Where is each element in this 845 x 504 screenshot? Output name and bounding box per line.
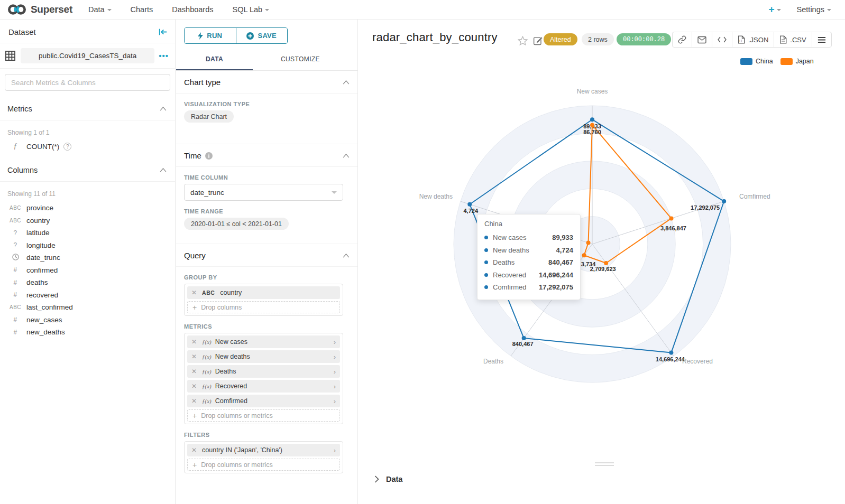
time-range-value[interactable]: 2020-01-01 ≤ col < 2021-01-01 bbox=[184, 218, 289, 230]
settings-menu[interactable]: Settings bbox=[797, 5, 831, 14]
chart-title[interactable]: radar_chart_by_country bbox=[372, 31, 498, 44]
tooltip-metric-value: 840,467 bbox=[548, 258, 573, 266]
embed-code-button[interactable] bbox=[712, 32, 732, 47]
time-column-select[interactable]: date_trunc bbox=[184, 184, 343, 201]
column-list-item[interactable]: ABCprovince bbox=[0, 202, 175, 214]
copy-link-button[interactable] bbox=[673, 32, 692, 47]
radar-point-china[interactable] bbox=[467, 202, 472, 207]
chevron-right-icon[interactable]: › bbox=[334, 446, 336, 454]
remove-icon[interactable]: ✕ bbox=[191, 368, 197, 375]
column-list-item[interactable]: #deaths bbox=[0, 276, 175, 289]
nav-item-sql-lab[interactable]: SQL Lab bbox=[232, 5, 269, 14]
time-range-label: TIME RANGE bbox=[184, 208, 350, 214]
metric-pill[interactable]: ✕ƒ(x)Recovered› bbox=[187, 380, 340, 393]
tab-data[interactable]: DATA bbox=[176, 50, 253, 70]
json-label: .JSON bbox=[748, 36, 768, 44]
group-by-dropzone[interactable]: ✕ABCcountry+Drop columns bbox=[184, 284, 343, 316]
time-section-header[interactable]: Time bbox=[176, 144, 357, 167]
run-button[interactable]: RUN bbox=[185, 28, 236, 43]
drop-columns-zone[interactable]: +Drop columns bbox=[187, 301, 340, 313]
chart-type-section-header[interactable]: Chart type bbox=[176, 71, 357, 94]
drop-columns-metrics-zone[interactable]: +Drop columns or metrics bbox=[187, 409, 340, 422]
radar-point-china[interactable] bbox=[722, 199, 726, 203]
drop-columns-metrics-zone[interactable]: +Drop columns or metrics bbox=[187, 459, 340, 471]
superset-logo[interactable]: Superset bbox=[6, 3, 72, 16]
favorite-star-icon[interactable] bbox=[518, 36, 528, 45]
radar-chart[interactable]: New casesComfirmedRecoveredDeathsNew dea… bbox=[358, 79, 845, 449]
dataset-more-menu[interactable]: ••• bbox=[159, 51, 171, 60]
column-list-item[interactable]: date_trunc bbox=[0, 251, 175, 264]
chevron-right-icon[interactable]: › bbox=[334, 368, 336, 376]
chevron-right-icon[interactable]: › bbox=[334, 338, 336, 346]
metric-pill[interactable]: ✕ƒ(x)Comfirmed› bbox=[187, 395, 340, 407]
radar-point-china[interactable] bbox=[522, 336, 526, 340]
remove-icon[interactable]: ✕ bbox=[191, 446, 197, 454]
chevron-right-icon[interactable]: › bbox=[334, 382, 336, 390]
radar-point-japan[interactable] bbox=[669, 216, 674, 220]
query-section-header[interactable]: Query bbox=[176, 244, 357, 267]
radar-point-japan[interactable] bbox=[582, 253, 586, 257]
viz-type-value[interactable]: Radar Chart bbox=[184, 110, 234, 123]
column-list-item[interactable]: ABCcountry bbox=[0, 214, 175, 227]
abc-icon: ABC bbox=[7, 218, 23, 223]
metric-pill[interactable]: ✕ƒ(x)New deaths› bbox=[187, 350, 340, 363]
data-results-collapse[interactable]: Data bbox=[374, 475, 402, 483]
column-list-item[interactable]: ?longitude bbox=[0, 239, 175, 252]
metric-pill[interactable]: ✕ƒ(x)New cases› bbox=[187, 335, 340, 348]
save-button[interactable]: SAVE bbox=[236, 28, 288, 43]
chevron-down-icon bbox=[107, 9, 112, 11]
results-resize-handle[interactable] bbox=[595, 462, 614, 468]
column-list-item[interactable]: #confirmed bbox=[0, 264, 175, 277]
tooltip-metric-name: Recovered bbox=[493, 271, 526, 279]
remove-icon[interactable]: ✕ bbox=[191, 382, 197, 390]
column-list-item[interactable]: #new_deaths bbox=[0, 326, 175, 339]
collapse-panel-icon[interactable] bbox=[159, 28, 168, 36]
chevron-right-icon[interactable]: › bbox=[334, 353, 336, 361]
remove-icon[interactable]: ✕ bbox=[191, 289, 197, 296]
group-by-pill[interactable]: ✕ABCcountry bbox=[187, 286, 340, 299]
chart-menu-button[interactable] bbox=[812, 32, 831, 47]
nav-item-charts[interactable]: Charts bbox=[131, 5, 153, 14]
nav-item-dashboards[interactable]: Dashboards bbox=[172, 5, 213, 14]
altered-badge[interactable]: Altered bbox=[544, 33, 577, 45]
column-list-item[interactable]: ?latitude bbox=[0, 227, 175, 239]
help-icon: ? bbox=[63, 143, 71, 151]
column-list-item[interactable]: #recovered bbox=[0, 289, 175, 302]
metric-list-item[interactable]: ƒCOUNT(*)? bbox=[0, 138, 175, 154]
function-icon: ƒ(x) bbox=[202, 353, 212, 360]
legend-item-china[interactable]: China bbox=[740, 58, 773, 65]
columns-section-header[interactable]: Columns bbox=[0, 158, 175, 182]
filters-dropzone[interactable]: ✕country IN ('Japan', 'China')›+Drop col… bbox=[184, 441, 343, 473]
radar-point-china[interactable] bbox=[669, 351, 673, 355]
tooltip-metric-name: Comfirmed bbox=[493, 283, 527, 291]
chevron-right-icon[interactable]: › bbox=[334, 397, 336, 405]
nav-item-data[interactable]: Data bbox=[88, 5, 112, 14]
radar-point-japan[interactable] bbox=[586, 241, 591, 245]
metrics-dropzone[interactable]: ✕ƒ(x)New cases›✕ƒ(x)New deaths›✕ƒ(x)Deat… bbox=[184, 333, 343, 424]
tooltip-row: New cases89,933 bbox=[484, 231, 573, 244]
radar-point-china[interactable] bbox=[590, 117, 594, 122]
download-json-button[interactable]: { } .JSON bbox=[732, 32, 774, 47]
search-metrics-columns-input[interactable] bbox=[5, 74, 170, 91]
download-csv-button[interactable]: .CSV bbox=[774, 32, 811, 47]
remove-icon[interactable]: ✕ bbox=[191, 338, 197, 346]
dataset-name[interactable]: public.Covid19_CasesTS_data bbox=[21, 48, 154, 63]
column-list-item[interactable]: ABClast_confirmed bbox=[0, 301, 175, 314]
column-list-item[interactable]: #new_cases bbox=[0, 314, 175, 326]
edit-title-icon[interactable] bbox=[533, 36, 543, 45]
metrics-label: METRICS bbox=[184, 323, 350, 330]
new-item-button[interactable]: + bbox=[768, 4, 780, 15]
legend-item-japan[interactable]: Japan bbox=[780, 58, 814, 65]
metrics-count: Showing 1 of 1 bbox=[0, 120, 175, 138]
metrics-section-header[interactable]: Metrics bbox=[0, 97, 175, 120]
radar-point-japan[interactable] bbox=[604, 261, 608, 265]
remove-icon[interactable]: ✕ bbox=[191, 353, 197, 360]
tab-customize[interactable]: CUSTOMIZE bbox=[253, 50, 348, 70]
radar-point-japan[interactable] bbox=[590, 123, 594, 127]
tooltip-metric-value: 14,696,244 bbox=[539, 271, 573, 279]
metric-pill[interactable]: ✕ƒ(x)Deaths› bbox=[187, 365, 340, 378]
email-button[interactable] bbox=[692, 32, 712, 47]
filter-pill[interactable]: ✕country IN ('Japan', 'China')› bbox=[187, 444, 340, 456]
column-label: new_deaths bbox=[26, 328, 65, 336]
remove-icon[interactable]: ✕ bbox=[191, 397, 197, 405]
